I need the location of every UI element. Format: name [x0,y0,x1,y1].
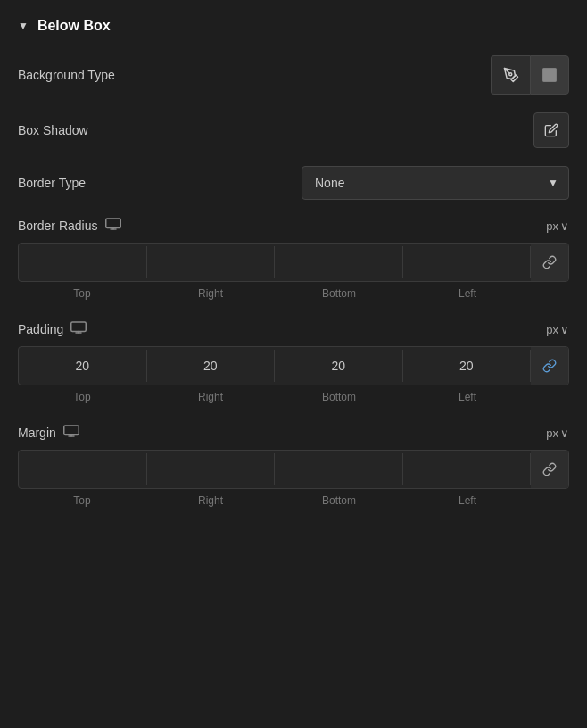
padding-right-cell [147,350,276,382]
section-title: Below Box [37,18,111,34]
padding-label-group: Padding [18,321,87,337]
margin-right-cell [147,453,276,485]
border-radius-inputs [18,243,569,282]
margin-left-input[interactable] [403,453,531,485]
margin-bottom-label: Bottom [275,494,403,507]
margin-top-input[interactable] [19,453,146,485]
margin-left-label: Left [403,494,532,507]
monitor-icon-border-radius [105,218,121,234]
margin-bottom-cell [275,453,403,485]
padding-top-label: Top [18,391,146,403]
border-radius-section: Border Radius px ∨ [18,218,569,300]
background-type-buttons [491,55,569,95]
padding-top-input[interactable] [19,350,146,382]
margin-bottom-input[interactable] [275,453,402,485]
border-radius-link-btn[interactable] [531,244,568,281]
box-shadow-row: Box Shadow [18,112,569,148]
border-radius-labels: Top Right Bottom Left [18,287,569,300]
svg-rect-2 [105,219,120,228]
border-radius-header: Border Radius px ∨ [18,218,569,234]
border-radius-right-input[interactable] [147,246,275,278]
padding-left-input[interactable] [403,350,531,382]
margin-section: Margin px ∨ [18,425,569,507]
padding-left-cell [403,350,532,382]
svg-point-0 [508,73,511,76]
monitor-icon-margin [63,425,79,441]
padding-label: Padding [18,322,63,336]
padding-left-label: Left [403,391,532,403]
margin-left-cell [403,453,532,485]
padding-bottom-label: Bottom [275,391,403,403]
padding-top-cell [19,350,147,382]
margin-header: Margin px ∨ [18,425,569,441]
border-radius-right-label: Right [146,287,275,300]
section-header: ▼ Below Box [18,18,569,34]
background-type-label: Background Type [18,68,115,82]
padding-labels: Top Right Bottom Left [18,391,569,403]
padding-inputs [18,346,569,385]
border-type-row: Border Type None Solid Dashed Dotted Dou… [18,166,569,200]
padding-right-input[interactable] [147,350,275,382]
border-radius-spacer [532,287,569,300]
padding-spacer [532,391,569,403]
margin-spacer [532,494,569,507]
padding-bottom-cell [275,350,403,382]
monitor-icon-padding [70,321,87,337]
margin-label-group: Margin [18,425,79,441]
background-type-solid-btn[interactable] [530,55,569,95]
padding-bottom-input[interactable] [275,350,402,382]
border-type-select[interactable]: None Solid Dashed Dotted Double Groove [302,166,569,200]
svg-rect-5 [71,322,87,332]
padding-header: Padding px ∨ [18,321,569,337]
box-shadow-label: Box Shadow [18,123,88,137]
panel-container: ▼ Below Box Background Type Box Shadow [0,0,587,546]
padding-section: Padding px ∨ [18,321,569,403]
margin-inputs [18,450,569,489]
border-radius-top-cell [19,246,147,278]
svg-rect-1 [543,69,557,82]
padding-unit: px ∨ [546,323,569,336]
border-type-select-wrapper: None Solid Dashed Dotted Double Groove ▼ [302,166,569,200]
border-radius-unit: px ∨ [546,219,569,233]
border-radius-right-cell [147,246,276,278]
border-radius-bottom-label: Bottom [275,287,403,300]
background-type-row: Background Type [18,55,569,95]
chevron-icon: ▼ [18,20,29,32]
margin-unit: px ∨ [546,426,569,440]
border-radius-top-input[interactable] [19,246,146,278]
margin-labels: Top Right Bottom Left [18,494,569,507]
margin-right-label: Right [146,494,275,507]
margin-top-label: Top [18,494,146,507]
background-type-paint-btn[interactable] [491,55,530,95]
border-radius-label: Border Radius [18,219,98,233]
padding-link-btn[interactable] [531,347,568,385]
border-radius-left-cell [403,246,532,278]
border-radius-bottom-cell [275,246,403,278]
margin-right-input[interactable] [147,453,275,485]
padding-right-label: Right [146,391,275,403]
border-radius-top-label: Top [18,287,146,300]
border-radius-left-label: Left [403,287,532,300]
border-radius-left-input[interactable] [403,246,531,278]
svg-rect-8 [64,426,79,435]
margin-label: Margin [18,426,56,440]
box-shadow-edit-btn[interactable] [533,112,569,148]
margin-link-btn[interactable] [531,451,568,488]
border-radius-bottom-input[interactable] [275,246,402,278]
border-type-label: Border Type [18,176,86,190]
border-radius-label-group: Border Radius [18,218,121,234]
margin-top-cell [19,453,147,485]
